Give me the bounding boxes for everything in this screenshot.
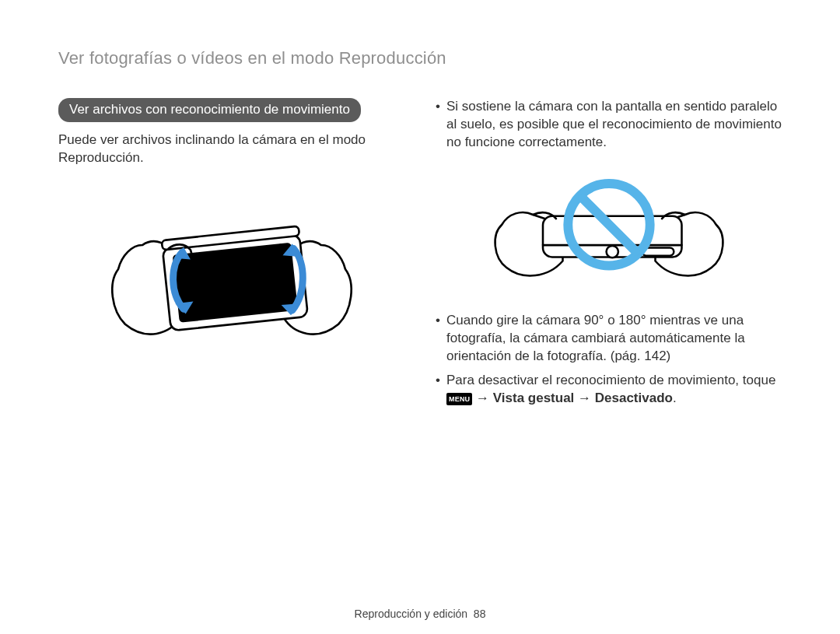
footer-section: Reproducción y edición	[355, 608, 468, 620]
intro-text: Puede ver archivos inclinando la cámara …	[58, 131, 404, 167]
manual-page: Ver fotografías o vídeos en el modo Repr…	[0, 0, 840, 634]
right-column: Si sostiene la cámara con la pantalla en…	[436, 98, 782, 414]
footer-page-number: 88	[474, 608, 486, 620]
period: .	[673, 391, 677, 405]
note-rotate: Cuando gire la cámara 90° o 180° mientra…	[436, 312, 782, 366]
tilt-camera-illustration	[58, 180, 404, 359]
page-footer: Reproducción y edición 88	[0, 608, 840, 620]
note-disable-prefix: Para desactivar el reconocimiento de mov…	[446, 373, 775, 387]
parallel-hold-illustration	[436, 158, 782, 298]
menu-icon: MENU	[446, 393, 472, 405]
page-title: Ver fotografías o vídeos en el modo Repr…	[58, 48, 782, 68]
notes-list: Si sostiene la cámara con la pantalla en…	[436, 98, 782, 152]
notes-list-2: Cuando gire la cámara 90° o 180° mientra…	[436, 312, 782, 408]
section-heading-pill: Ver archivos con reconocimiento de movim…	[58, 98, 361, 122]
arrow-icon: →	[472, 391, 492, 405]
svg-point-9	[606, 246, 618, 257]
note-disable: Para desactivar el reconocimiento de mov…	[436, 372, 782, 408]
left-column: Ver archivos con reconocimiento de movim…	[58, 98, 404, 414]
note-parallel-warning: Si sostiene la cámara con la pantalla en…	[436, 98, 782, 152]
setting-path: Vista gestual → Desactivado	[493, 391, 673, 405]
content-columns: Ver archivos con reconocimiento de movim…	[58, 98, 782, 414]
